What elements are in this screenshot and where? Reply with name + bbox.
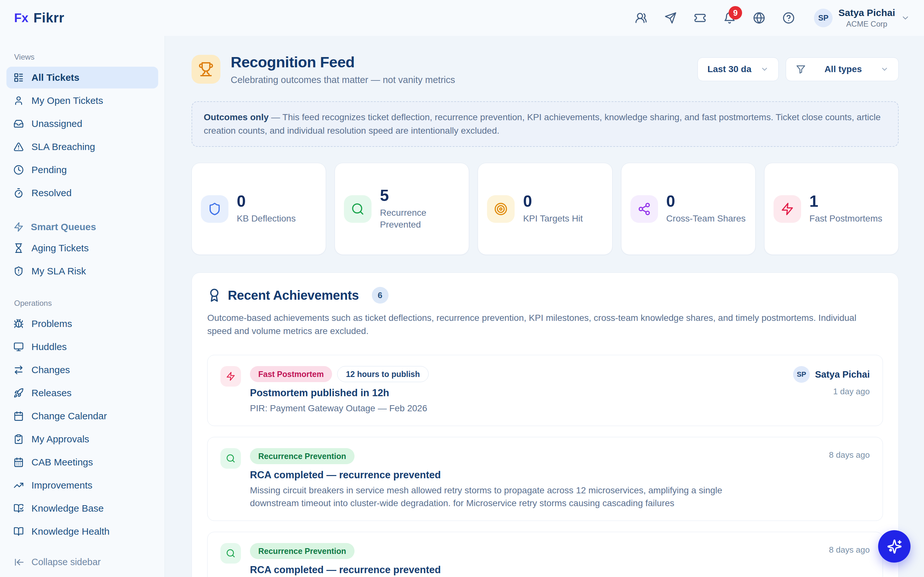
sidebar-item-huddles[interactable]: Huddles <box>6 336 158 358</box>
sidebar-item-label: My Open Tickets <box>31 95 103 106</box>
collapse-label: Collapse sidebar <box>31 557 101 567</box>
sidebar-item-label: Huddles <box>31 342 67 352</box>
user-icon <box>13 95 24 106</box>
stat-card-fast-postmortems: 1 Fast Postmortems <box>764 163 899 255</box>
user-meta: Satya Pichai ACME Corp <box>838 7 895 29</box>
date-range-select[interactable]: Last 30 da <box>698 57 779 81</box>
book-open-icon <box>13 526 24 537</box>
search-icon <box>344 195 372 223</box>
share-icon <box>630 195 658 223</box>
collapse-sidebar-button[interactable]: Collapse sidebar <box>6 557 158 567</box>
trophy-icon <box>192 55 220 84</box>
type-filter-value: All types <box>825 64 862 74</box>
zap-icon <box>13 222 24 232</box>
sidebar-item-pending[interactable]: Pending <box>6 159 158 181</box>
sparkles-icon <box>887 539 902 554</box>
sidebar-item-my-open-tickets[interactable]: My Open Tickets <box>6 90 158 111</box>
achievement-body: Recurrence Prevention RCA completed — re… <box>250 448 752 510</box>
page-subtitle: Celebrating outcomes that matter — not v… <box>231 75 455 85</box>
badges-row: Fast Postmortem 12 hours to publish <box>250 366 752 382</box>
search-icon <box>220 448 241 469</box>
users-icon <box>635 12 647 24</box>
trending-up-icon <box>13 480 24 490</box>
notifications-button[interactable]: 9 <box>724 12 736 24</box>
stat-value: 0 <box>237 193 296 210</box>
notification-count-badge: 9 <box>729 6 742 19</box>
achievement-description: Missing circuit breakers in service mesh… <box>250 484 752 510</box>
sidebar-section-label: Smart Queues <box>31 221 96 232</box>
sidebar-item-label: Changes <box>31 364 70 376</box>
sidebar-item-my-sla-risk[interactable]: My SLA Risk <box>6 260 158 282</box>
monitor-icon <box>13 342 24 352</box>
bug-icon <box>13 319 24 329</box>
rocket-icon <box>13 388 24 398</box>
language-button[interactable] <box>753 12 765 24</box>
calendar-icon <box>13 411 24 421</box>
body-row: Views All Tickets My Open Tickets Unassi… <box>0 36 924 577</box>
sidebar-item-label: Knowledge Base <box>31 503 103 514</box>
inbox-icon <box>13 119 24 129</box>
send-button[interactable] <box>664 12 677 24</box>
brand[interactable]: Fx Fikrr <box>14 10 64 26</box>
page-title: Recognition Feed <box>231 53 455 71</box>
sidebar-item-label: Knowledge Health <box>31 526 110 537</box>
sidebar-section-views: Views <box>14 53 158 61</box>
sidebar-item-my-approvals[interactable]: My Approvals <box>6 428 158 450</box>
sidebar-item-label: Pending <box>31 164 67 175</box>
timer-icon <box>13 188 24 198</box>
sidebar-item-changes[interactable]: Changes <box>6 359 158 381</box>
achievement-body: Recurrence Prevention RCA completed — re… <box>250 543 752 577</box>
sidebar-item-releases[interactable]: Releases <box>6 382 158 404</box>
chevron-down-icon <box>901 13 910 23</box>
stat-label: Cross-Team Shares <box>666 213 746 224</box>
assistant-fab[interactable] <box>878 530 911 562</box>
filter-icon <box>796 64 806 74</box>
user-org: ACME Corp <box>838 19 895 29</box>
help-button[interactable] <box>782 12 795 24</box>
sidebar-item-improvements[interactable]: Improvements <box>6 474 158 496</box>
search-icon <box>220 543 241 564</box>
sidebar-item-resolved[interactable]: Resolved <box>6 182 158 204</box>
sidebar-item-label: My SLA Risk <box>31 266 86 277</box>
achievement-title: Postmortem published in 12h <box>250 387 752 399</box>
stat-value: 0 <box>666 193 746 210</box>
sidebar-section-smart-queues: Smart Queues <box>6 217 158 237</box>
metric-badge: 12 hours to publish <box>337 366 429 382</box>
ticket-icon <box>694 12 706 24</box>
notice-body: — This feed recognizes ticket deflection… <box>204 112 881 135</box>
sidebar-item-sla-breaching[interactable]: SLA Breaching <box>6 136 158 158</box>
user-menu[interactable]: SP Satya Pichai ACME Corp <box>814 7 910 29</box>
stats-row: 0 KB Deflections 5 Recurrence Prevented … <box>192 163 899 255</box>
type-badge: Recurrence Prevention <box>250 543 355 559</box>
stat-label: Fast Postmortems <box>809 213 882 224</box>
page-head-text: Recognition Feed Celebrating outcomes th… <box>231 53 455 85</box>
sidebar-section-operations: Operations <box>14 299 158 308</box>
type-badge: Fast Postmortem <box>250 366 332 382</box>
sidebar-item-knowledge-health[interactable]: Knowledge Health <box>6 521 158 542</box>
sidebar-item-problems[interactable]: Problems <box>6 313 158 335</box>
brand-logo-mark: Fx <box>14 11 28 25</box>
achievements-title: Recent Achievements <box>228 288 359 303</box>
user-name: Satya Pichai <box>838 7 895 18</box>
type-filter-select[interactable]: All types <box>786 57 899 81</box>
stat-card-cross-team-shares: 0 Cross-Team Shares <box>621 163 756 255</box>
timestamp: 8 days ago <box>761 545 870 555</box>
sidebar-item-all-tickets[interactable]: All Tickets <box>6 67 158 89</box>
notice-lead: Outcomes only <box>204 112 268 122</box>
sidebar-item-change-calendar[interactable]: Change Calendar <box>6 405 158 427</box>
zap-icon <box>220 366 241 387</box>
sidebar-item-unassigned[interactable]: Unassigned <box>6 113 158 135</box>
sidebar: Views All Tickets My Open Tickets Unassi… <box>0 36 165 577</box>
sidebar-item-knowledge-base[interactable]: Knowledge Base <box>6 498 158 519</box>
stat-text: 5 Recurrence Prevented <box>380 187 460 230</box>
top-actions: 9 SP Satya Pichai ACME Corp <box>635 7 910 29</box>
people-button[interactable] <box>635 12 647 24</box>
clipboard-check-icon <box>13 434 24 444</box>
achievement-description: PIR: Payment Gateway Outage — Feb 2026 <box>250 402 752 415</box>
tickets-button[interactable] <box>694 12 706 24</box>
badges-row: Recurrence Prevention <box>250 543 752 559</box>
sidebar-item-cab-meetings[interactable]: CAB Meetings <box>6 451 158 473</box>
sidebar-item-label: Releases <box>31 388 71 398</box>
sidebar-item-aging-tickets[interactable]: Aging Tickets <box>6 237 158 259</box>
sidebar-item-label: Improvements <box>31 480 92 491</box>
